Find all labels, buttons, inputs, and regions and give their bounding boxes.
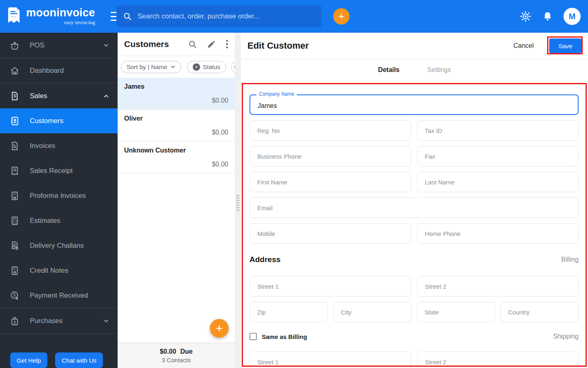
save-button[interactable]: Save — [549, 38, 581, 53]
divider — [0, 333, 118, 334]
sidebar-nav: POS Dashboard $ Sales Customers — [0, 33, 118, 368]
chevron-down-icon — [103, 318, 109, 324]
business-phone-input[interactable] — [249, 146, 411, 166]
panel-resize-handle[interactable] — [236, 194, 240, 212]
customer-name: Oliver — [124, 115, 228, 122]
edit-pencil-icon[interactable] — [207, 40, 216, 49]
sidebar-item-label: Payment Received — [30, 292, 109, 300]
address-book-icon — [9, 115, 20, 126]
sidebar-item-purchases[interactable]: $ Purchases — [0, 308, 118, 333]
editor-tabs: Details Settings — [241, 59, 588, 81]
mobile-input[interactable] — [249, 223, 411, 244]
tab-settings[interactable]: Settings — [427, 66, 451, 74]
brand-logo[interactable]: mooninvoice easy invoicing — [0, 7, 95, 26]
sidebar-item-delivery-challans[interactable]: Delivery Challans — [0, 233, 118, 258]
billing-street1-input[interactable] — [249, 276, 411, 296]
sidebar-item-payment-received[interactable]: $ Payment Received — [0, 283, 118, 308]
customers-panel-title: Customers — [124, 39, 169, 49]
sidebar-item-label: Sales Receipt — [30, 167, 109, 175]
chevron-down-icon — [170, 64, 176, 70]
customers-list-panel: Customers Sort by | Name + Status — [118, 33, 235, 368]
sidebar-item-customers[interactable]: Customers — [0, 108, 118, 133]
global-search[interactable] — [116, 5, 322, 27]
customer-name: James — [124, 83, 228, 90]
shipping-street1-input[interactable] — [249, 352, 411, 368]
tax-id-input[interactable] — [417, 120, 579, 141]
sort-by-chip[interactable]: Sort by | Name — [121, 61, 181, 73]
page-title: Edit Customer — [247, 40, 309, 51]
billing-zip-input[interactable] — [249, 302, 328, 322]
chevron-down-icon — [103, 42, 109, 49]
company-name-input[interactable] — [249, 94, 579, 115]
basket-icon — [9, 40, 20, 51]
proforma-document-icon: P — [9, 190, 20, 201]
first-name-input[interactable] — [249, 172, 411, 192]
sidebar-item-estimates[interactable]: Estimates — [0, 208, 118, 233]
sidebar-item-pos[interactable]: POS — [0, 33, 118, 58]
sidebar-item-invoices[interactable]: Invoices — [0, 133, 118, 158]
svg-text:C: C — [13, 267, 16, 271]
sidebar-item-label: Purchases — [30, 317, 93, 325]
customer-row-oliver[interactable]: Oliver $0.00 — [118, 110, 235, 141]
shipping-street2-input[interactable] — [417, 352, 579, 368]
home-phone-input[interactable] — [417, 223, 579, 244]
customers-list: James $0.00 Oliver $0.00 Unknown Custome… — [118, 78, 235, 173]
email-input[interactable] — [249, 197, 579, 218]
cancel-button[interactable]: Cancel — [513, 42, 534, 49]
status-filter-chip[interactable]: + Status — [187, 61, 226, 73]
add-new-button[interactable]: + — [333, 8, 350, 25]
customer-amount: $0.00 — [212, 129, 228, 136]
billing-country-input[interactable] — [500, 302, 579, 322]
brand-name: mooninvoice — [26, 7, 95, 18]
tab-details[interactable]: Details — [378, 66, 399, 74]
sidebar-item-label: Sales — [30, 92, 93, 100]
same-as-billing-checkbox[interactable] — [249, 333, 257, 340]
sidebar-item-dashboard[interactable]: Dashboard — [0, 58, 118, 83]
payment-received-icon: $ — [9, 290, 20, 301]
sidebar-item-label: Customers — [30, 117, 109, 125]
customers-summary-footer: $0.00 Due 3 Contacts — [118, 343, 235, 368]
delivery-document-icon — [9, 240, 20, 251]
user-avatar[interactable]: M — [564, 8, 581, 25]
sidebar-item-sales-receipt[interactable]: Sales Receipt — [0, 158, 118, 183]
shipping-label: Shipping — [553, 333, 579, 340]
receipt-icon — [9, 165, 20, 176]
sidebar-item-label: Dashboard — [30, 67, 109, 75]
customer-amount: $0.00 — [212, 161, 228, 168]
customer-row-unknown-customer[interactable]: Unknown Customer $0.00 — [118, 141, 235, 173]
billing-street2-input[interactable] — [417, 276, 579, 296]
get-help-button[interactable]: Get Help — [10, 352, 47, 368]
reg-no-input[interactable] — [249, 120, 411, 141]
plus-icon: + — [193, 63, 200, 71]
due-amount: $0.00 — [160, 348, 176, 355]
chat-with-us-button[interactable]: Chat with Us — [55, 352, 103, 368]
billing-state-input[interactable] — [417, 302, 495, 322]
add-customer-fab[interactable]: + — [210, 319, 229, 338]
fax-input[interactable] — [417, 146, 579, 166]
kebab-menu-icon[interactable] — [226, 39, 228, 49]
address-section-heading: Address — [249, 255, 281, 264]
sidebar-item-credit-notes[interactable]: C Credit Notes — [0, 258, 118, 283]
sidebar-item-label: POS — [30, 41, 93, 49]
sidebar-item-label: Estimates — [30, 217, 109, 225]
sidebar-item-label: Credit Notes — [30, 267, 109, 275]
notifications-bell-icon[interactable] — [542, 11, 553, 22]
calculator-icon — [9, 215, 20, 226]
status-label: Status — [203, 63, 220, 70]
last-name-input[interactable] — [417, 172, 579, 192]
sidebar-item-proforma-invoices[interactable]: P Proforma Invoices — [0, 183, 118, 208]
topbar: mooninvoice easy invoicing + — [0, 0, 588, 33]
company-name-floating-label: Company Name — [256, 91, 297, 97]
same-as-billing-label: Same as Billing — [262, 333, 307, 340]
sales-document-icon: $ — [9, 90, 20, 101]
settings-gear-icon[interactable] — [519, 10, 532, 22]
sidebar-item-sales[interactable]: $ Sales — [0, 83, 118, 108]
company-name-field: Company Name — [249, 94, 579, 115]
billing-city-input[interactable] — [333, 302, 412, 322]
search-icon[interactable] — [188, 40, 197, 49]
filter-chip-partial[interactable] — [232, 61, 235, 73]
customer-row-james[interactable]: James $0.00 — [118, 78, 235, 110]
search-input[interactable] — [138, 12, 315, 20]
svg-text:$: $ — [13, 319, 16, 324]
sidebar-item-label: Delivery Challans — [30, 242, 109, 250]
